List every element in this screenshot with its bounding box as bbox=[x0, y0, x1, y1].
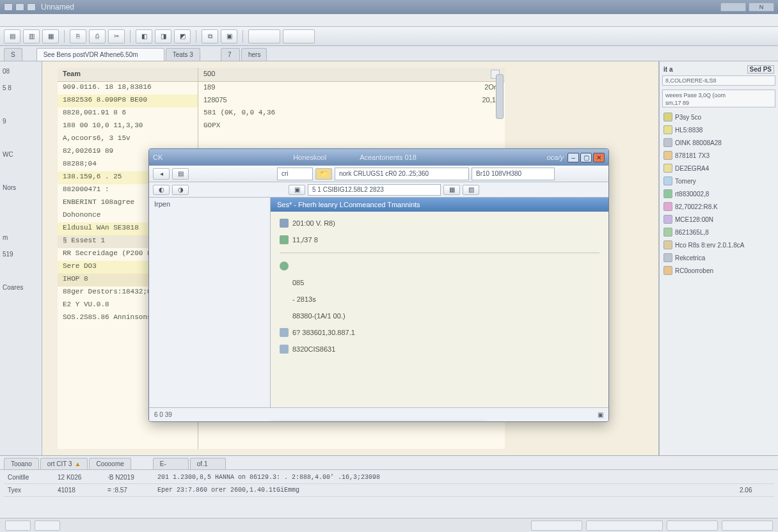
toolbar-button[interactable]: ▥ bbox=[23, 29, 40, 43]
list-item[interactable]: MCE128:00N bbox=[662, 214, 775, 225]
sidebar-item[interactable]: 5 8 bbox=[3, 82, 39, 93]
toolbar-button[interactable]: ✂ bbox=[108, 29, 125, 43]
sidebar-item[interactable] bbox=[3, 265, 39, 276]
toolbar-button[interactable]: ◐ bbox=[153, 185, 170, 195]
list-item[interactable]: 8621365L,8 bbox=[662, 226, 775, 238]
body-line[interactable]: 6? 383601,30.887.1 bbox=[280, 326, 599, 339]
tab[interactable]: Tooano bbox=[4, 458, 39, 469]
toolbar-button[interactable]: ▤ bbox=[172, 168, 189, 180]
code-row[interactable]: 8828,001.91 8 6 bbox=[58, 107, 198, 120]
code-row[interactable]: 909.0116. 18 18,83816 bbox=[58, 82, 198, 95]
list-item[interactable]: DE2EGRA4 bbox=[662, 162, 775, 174]
toolbar-button[interactable]: ▦ bbox=[443, 185, 460, 195]
grid-row[interactable]: Conitlle 12 K026 ·B N2019 201 1.2300,8,5… bbox=[4, 471, 774, 484]
status-slot[interactable] bbox=[531, 520, 582, 531]
toolbar-button[interactable]: ▤ bbox=[4, 29, 20, 43]
body-line[interactable] bbox=[280, 260, 599, 272]
sidebar-item[interactable]: 9 bbox=[3, 115, 39, 127]
sidebar-item[interactable]: 08 bbox=[3, 65, 39, 77]
toolbar-button[interactable]: ▧ bbox=[463, 185, 479, 195]
grid-row[interactable]: Tyex 41018 = :8.57 Eper 23:7.860 orer 26… bbox=[4, 484, 774, 497]
toolbar-button[interactable]: ◂ bbox=[153, 168, 170, 180]
folder-icon[interactable]: 📁 bbox=[315, 168, 332, 180]
toolbar-button[interactable] bbox=[283, 29, 315, 43]
status-slot[interactable] bbox=[586, 520, 663, 531]
tab[interactable]: E- bbox=[153, 458, 189, 469]
toolbar-button[interactable]: ◧ bbox=[136, 29, 152, 43]
scrollbar-thumb[interactable] bbox=[496, 74, 504, 119]
list-item[interactable]: P3sy 5co bbox=[662, 111, 775, 123]
tab[interactable]: Teats 3 bbox=[166, 48, 200, 61]
tab[interactable]: S bbox=[4, 48, 22, 61]
list-item[interactable]: Tomery bbox=[662, 175, 775, 187]
body-line[interactable]: - 2813s bbox=[280, 293, 599, 306]
toolbar-button[interactable]: ⎘ bbox=[70, 29, 86, 43]
list-item[interactable]: 878181 7X3 bbox=[662, 150, 775, 161]
toolbar-button[interactable]: ◨ bbox=[155, 29, 171, 43]
list-item[interactable]: 82,70022:R8.K bbox=[662, 201, 775, 212]
toolbar-button[interactable]: ◑ bbox=[172, 185, 189, 195]
titlebar-button[interactable]: N bbox=[749, 3, 774, 12]
list-item[interactable]: Hco R8s 8:erv 2.0.1.8cA bbox=[662, 239, 775, 251]
tab[interactable]: of.1 bbox=[190, 458, 226, 469]
dialog-titlebar[interactable]: CK Honeskool Aceantonents 018 oca/y – ▢ … bbox=[149, 149, 608, 166]
cell: = :8.57 bbox=[104, 487, 148, 494]
code-row[interactable]: 1882536 8.090P8 BE00 bbox=[58, 95, 198, 107]
tab[interactable]: See Bens postVDR Athene6.50m bbox=[36, 48, 164, 61]
sidebar-item[interactable] bbox=[3, 132, 39, 143]
status-slot[interactable] bbox=[35, 520, 60, 531]
tab[interactable]: ort CIT 3 ▲ bbox=[40, 458, 88, 469]
body-line[interactable]: 11,/37 8 bbox=[280, 233, 599, 246]
sidebar-item[interactable] bbox=[3, 165, 39, 176]
list-item[interactable]: Rekcetrica bbox=[662, 252, 775, 263]
close-icon[interactable]: ✕ bbox=[593, 153, 605, 162]
toolbar-button[interactable]: ▦ bbox=[42, 29, 59, 43]
code-row[interactable]: 188 00 10,0 11,3,30 bbox=[58, 120, 198, 133]
list-item[interactable]: HL5:8838 bbox=[662, 124, 775, 136]
status-slot[interactable] bbox=[722, 520, 773, 531]
code-row[interactable]: A,ocoors6, 3 15v bbox=[58, 133, 198, 146]
body-line[interactable]: 8320CIS8631 bbox=[280, 343, 599, 356]
code-row[interactable]: GOPX bbox=[198, 120, 505, 133]
item-icon bbox=[663, 202, 672, 211]
toolbar-button[interactable]: ⧉ bbox=[202, 29, 218, 43]
dialog-body[interactable]: 201:00 V. R8) 11,/37 8 085 - 2813s 88380… bbox=[271, 212, 608, 407]
toolbar-button[interactable]: ▣ bbox=[289, 185, 305, 195]
list-item[interactable]: rt8830002,8 bbox=[662, 188, 775, 199]
toolbar-button[interactable] bbox=[248, 29, 280, 43]
sidebar-item[interactable]: Coares bbox=[3, 281, 39, 293]
toolbar-button[interactable]: ◩ bbox=[174, 29, 191, 43]
sidebar-item[interactable]: m bbox=[3, 231, 39, 243]
tab[interactable]: Coooome bbox=[89, 458, 131, 469]
id-field[interactable]: Br10 108VH380 bbox=[472, 168, 555, 180]
tab[interactable]: 7 bbox=[221, 48, 240, 61]
sidebar-item[interactable]: WC bbox=[3, 148, 39, 160]
list-item[interactable]: OINK 88008A28 bbox=[662, 137, 775, 148]
status-slot[interactable] bbox=[667, 520, 718, 531]
menu-bar[interactable] bbox=[0, 14, 778, 27]
status-icon[interactable]: ▣ bbox=[598, 411, 603, 418]
body-line[interactable]: 88380-(1A/1 00.) bbox=[280, 309, 599, 322]
body-line[interactable]: 085 bbox=[280, 276, 599, 289]
toolbar-button[interactable]: ▣ bbox=[221, 29, 237, 43]
body-line[interactable]: 201:00 V. R8) bbox=[280, 217, 599, 230]
titlebar-button[interactable] bbox=[720, 3, 746, 12]
tab[interactable]: hers bbox=[241, 48, 267, 61]
list-item[interactable]: RC0oorroben bbox=[662, 265, 775, 276]
status-slot[interactable] bbox=[5, 520, 31, 531]
path-field[interactable]: nork CRLUGS1 cR0 20..25;360 bbox=[335, 168, 469, 180]
toolbar-button[interactable]: ⎙ bbox=[89, 29, 106, 43]
code-row[interactable]: 1892Om bbox=[198, 82, 505, 95]
maximize-icon[interactable]: ▢ bbox=[580, 153, 592, 162]
panel-field[interactable]: 8,COLORERE-ILS8 bbox=[662, 75, 775, 86]
sidebar-item[interactable]: 519 bbox=[3, 248, 39, 260]
sidebar-item[interactable] bbox=[3, 215, 39, 226]
sidebar-item[interactable] bbox=[3, 98, 39, 110]
sidebar-item[interactable] bbox=[3, 198, 39, 210]
value-field[interactable]: 5 1 CSIBIG12.58L2 2823 bbox=[308, 184, 441, 196]
code-row[interactable]: 12807520,10 bbox=[198, 95, 505, 107]
sidebar-item[interactable]: Nors bbox=[3, 182, 39, 193]
minimize-icon[interactable]: – bbox=[568, 153, 579, 162]
panel-field[interactable]: weees Pase 3,0Q (oomsm,17 89 bbox=[662, 90, 775, 107]
code-row[interactable]: 581 (0K, 0,0 4,36 bbox=[198, 107, 505, 120]
